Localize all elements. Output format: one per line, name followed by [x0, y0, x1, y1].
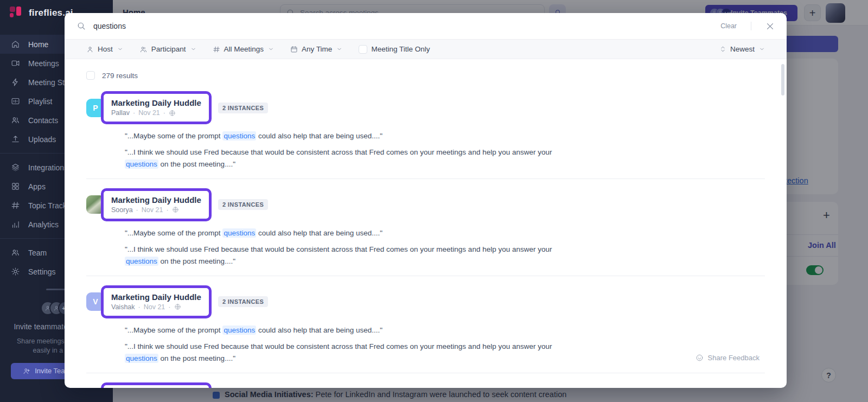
topic-tracker-icon [10, 201, 20, 210]
meeting-meta: Pallav·Nov 21· [111, 109, 201, 117]
search-result-group: Marketing Daily HuddleKrish·Nov 212 INST… [86, 382, 765, 388]
snippet: "...I think we should use Fred because t… [125, 146, 585, 170]
instances-badge: 2 INSTANCES [218, 199, 268, 210]
chevron-down-icon [117, 46, 123, 52]
globe-icon [174, 303, 181, 310]
filter-host-label: Host [98, 45, 113, 53]
meeting-title: Marketing Daily Huddle [111, 195, 201, 205]
calendar-icon [290, 46, 298, 53]
meeting-title: Marketing Daily Huddle [111, 98, 201, 107]
sidebar-item-label: Integrations [28, 163, 68, 172]
clear-search-button[interactable]: Clear [720, 22, 737, 30]
contacts-icon [10, 116, 20, 125]
highlighted-term: questions [125, 257, 158, 266]
result-title-box[interactable]: Marketing Daily HuddleSoorya·Nov 21· [101, 188, 212, 221]
chevron-down-icon [190, 46, 196, 52]
search-modal: Clear Host Participant All Meetings Any … [65, 13, 787, 388]
snippet: "...Maybe some of the prompt questions c… [125, 130, 585, 142]
meeting-date: Nov 21 [138, 109, 160, 117]
filter-title-only[interactable]: Meeting Title Only [359, 45, 430, 54]
chevron-down-icon [759, 46, 765, 52]
playlist-icon [10, 97, 20, 106]
result-header: Marketing Daily HuddleSoorya·Nov 21·2 IN… [86, 188, 765, 221]
result-header: Marketing Daily HuddleKrish·Nov 212 INST… [86, 382, 765, 388]
result-title-box[interactable]: Marketing Daily HuddleKrish·Nov 21 [101, 382, 212, 388]
results-count: 279 results [102, 72, 138, 80]
search-query-input[interactable] [93, 22, 713, 30]
filter-participant[interactable]: Participant [139, 45, 196, 53]
instances-badge: 2 INSTANCES [218, 103, 268, 113]
sidebar-item-label: Contacts [28, 116, 58, 125]
meeting-status-icon [10, 78, 20, 87]
result-divider [86, 178, 765, 179]
result-divider [86, 373, 765, 373]
filter-meetings-label: All Meetings [224, 45, 264, 53]
home-icon [10, 40, 20, 49]
filter-meetings[interactable]: All Meetings [213, 45, 275, 53]
sidebar-item-label: Team [28, 248, 47, 257]
scrollbar-thumb[interactable] [781, 64, 784, 95]
analytics-icon [10, 220, 20, 229]
meetings-icon [10, 59, 20, 68]
hash-icon [213, 46, 220, 53]
meeting-meta: Soorya·Nov 21· [111, 206, 201, 214]
search-icon [76, 21, 86, 31]
sort-icon [719, 46, 726, 53]
host-name: Soorya [111, 206, 133, 214]
sidebar-item-label: Analytics [28, 220, 59, 229]
host-name: Vaishak [111, 303, 135, 311]
smiley-icon [695, 354, 704, 362]
apps-icon [10, 182, 20, 191]
sort-dropdown[interactable]: Newest [719, 45, 765, 53]
search-results: 279 results PMarketing Daily HuddlePalla… [65, 59, 787, 388]
sidebar-item-label: Meetings [28, 59, 59, 68]
person-icon [86, 46, 94, 53]
results-header: 279 results [86, 71, 765, 80]
meeting-date: Nov 21 [142, 206, 163, 214]
share-feedback-button[interactable]: Share Feedback [695, 354, 760, 362]
snippet: "...Maybe some of the prompt questions c… [125, 227, 585, 239]
team-icon [10, 248, 20, 257]
highlighted-term: questions [222, 326, 256, 335]
highlighted-term: questions [125, 354, 158, 363]
filter-host[interactable]: Host [86, 45, 123, 53]
people-icon [139, 46, 148, 53]
fireflies-logo-icon [10, 7, 23, 20]
filter-time[interactable]: Any Time [290, 45, 342, 53]
settings-icon [10, 267, 20, 276]
filter-participant-label: Participant [151, 45, 186, 53]
highlighted-term: questions [222, 228, 256, 238]
result-snippets: "...Maybe some of the prompt questions c… [125, 130, 585, 170]
modal-search-row: Clear [65, 13, 787, 39]
divider [751, 22, 751, 30]
meeting-meta: Vaishak·Nov 21· [111, 303, 201, 311]
sort-label: Newest [730, 45, 755, 53]
instances-badge: 2 INSTANCES [218, 296, 268, 307]
select-all-checkbox[interactable] [86, 71, 95, 80]
globe-icon [169, 110, 176, 117]
search-result-group: VMarketing Daily HuddleVaishak·Nov 21·2 … [86, 285, 765, 373]
title-only-checkbox[interactable] [359, 45, 367, 54]
result-title-box[interactable]: Marketing Daily HuddleVaishak·Nov 21· [101, 285, 212, 318]
host-name: Pallav [111, 109, 130, 117]
filter-bar: Host Participant All Meetings Any Time M… [65, 39, 787, 59]
share-feedback-label: Share Feedback [708, 354, 760, 362]
filter-title-only-label: Meeting Title Only [371, 45, 430, 53]
sidebar-item-label: Apps [28, 182, 46, 191]
sidebar-item-label: Playlist [28, 97, 52, 106]
result-title-box[interactable]: Marketing Daily HuddlePallav·Nov 21· [101, 91, 212, 124]
result-header: VMarketing Daily HuddleVaishak·Nov 21·2 … [86, 285, 765, 318]
meeting-title: Marketing Daily Huddle [111, 292, 201, 302]
chevron-down-icon [336, 46, 342, 52]
result-snippets: "...Maybe some of the prompt questions c… [125, 227, 585, 267]
globe-icon [172, 206, 179, 213]
chevron-down-icon [268, 46, 274, 52]
snippet: "...I think we should use Fred because t… [125, 341, 585, 364]
highlighted-term: questions [222, 131, 256, 141]
sidebar-item-label: Uploads [28, 135, 56, 144]
close-icon[interactable] [765, 22, 775, 31]
person-plus-icon [23, 367, 30, 375]
search-result-group: PMarketing Daily HuddlePallav·Nov 21·2 I… [86, 91, 765, 179]
meeting-date: Nov 21 [144, 303, 165, 311]
result-snippets: "...Maybe some of the prompt questions c… [125, 324, 585, 364]
